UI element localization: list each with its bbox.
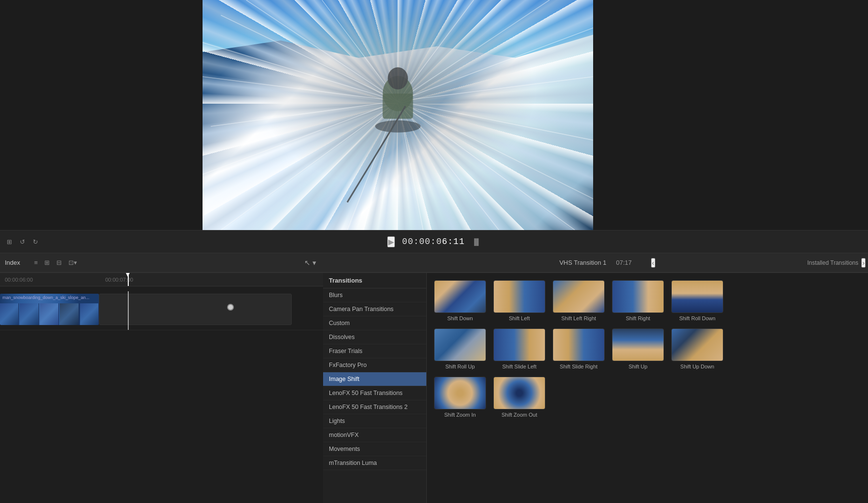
svg-line-16 [398, 0, 550, 101]
frame-thumb-5 [80, 303, 99, 325]
index-vhs-row: Index ≡ ⊞ ⊟ ⊡▾ ↖ ▾ ‹ VHS Transition 1 07… [0, 253, 868, 273]
transition-item-fxfactory[interactable]: FxFactory Pro [323, 358, 426, 372]
label-shift-slide-right: Shift Slide Right [560, 364, 597, 369]
ruler-time1: 00:00:06:00 [5, 277, 33, 283]
transport-center: ▶ 00:00:06:11 ▐▌ [387, 236, 481, 247]
svg-line-10 [398, 101, 499, 230]
frame-thumb-4 [60, 303, 79, 325]
undo-button[interactable]: ↺ [18, 237, 27, 246]
svg-line-14 [398, 76, 593, 101]
grid-row-2: Shift Roll Up Shift Slide Left Shift Sli… [434, 328, 861, 369]
index-icons: ≡ ⊞ ⊟ ⊡▾ [32, 258, 80, 267]
transition-item-dissolves[interactable]: Dissolves [323, 330, 426, 344]
nav-next-button[interactable]: › [861, 258, 866, 268]
play-button[interactable]: ▶ [387, 236, 395, 247]
thumb-shift-roll-down [671, 280, 723, 313]
svg-line-24 [347, 106, 406, 202]
transition-card-shift-zoom-out[interactable]: Shift Zoom Out [493, 377, 545, 418]
transition-card-shift-up-down[interactable]: Shift Up Down [671, 328, 723, 369]
label-shift-roll-up: Shift Roll Up [445, 364, 475, 369]
thumb-shift-slide-right [553, 328, 605, 361]
svg-line-1 [246, 0, 398, 101]
transition-item-fraser[interactable]: Fraser Trials [323, 344, 426, 358]
transition-card-shift-slide-left[interactable]: Shift Slide Left [493, 328, 545, 369]
thumb-shift-left-right [553, 280, 605, 313]
frame-thumb-2 [20, 303, 39, 325]
svg-line-0 [221, 15, 398, 101]
transition-card-shift-left[interactable]: Shift Left [493, 280, 545, 321]
transition-card-shift-right[interactable]: Shift Right [612, 280, 664, 321]
ruler-time2: 00:00:07:00 [105, 277, 133, 283]
thumb-shift-zoom-out [493, 377, 545, 409]
vhs-info: VHS Transition 1 07:17 [559, 259, 632, 266]
right-panel [593, 0, 868, 230]
label-shift-zoom-out: Shift Zoom Out [502, 412, 537, 418]
clip-label: man_snowboarding_down_a_ski_slope_an... [2, 295, 89, 300]
crop-tool-button[interactable]: ⊞ [5, 237, 14, 246]
left-panel [0, 0, 203, 230]
transition-item-lenofx2[interactable]: LenoFX 50 Fast Transitions 2 [323, 400, 426, 414]
svg-line-13 [398, 101, 593, 142]
label-shift-slide-left: Shift Slide Left [502, 364, 537, 369]
view-options-button[interactable]: ⊡▾ [67, 258, 79, 267]
vhs-time: 07:17 [616, 259, 632, 266]
svg-rect-22 [383, 94, 413, 119]
transition-item-mtransition[interactable]: mTransition Luma [323, 456, 426, 470]
transition-item-custom[interactable]: Custom [323, 316, 426, 330]
redo-button[interactable]: ↻ [31, 237, 40, 246]
svg-line-7 [271, 101, 398, 230]
label-shift-left: Shift Left [509, 315, 529, 321]
grid-row-1: Shift Down Shift Left Shift Left Right S… [434, 280, 861, 321]
transitions-header: Transitions [323, 273, 426, 288]
svg-line-15 [398, 25, 593, 101]
label-shift-right: Shift Right [626, 315, 651, 321]
transition-card-shift-down[interactable]: Shift Down [434, 280, 486, 321]
svg-line-11 [398, 101, 575, 230]
transition-item-blurs[interactable]: Blurs [323, 288, 426, 302]
playhead-marker [128, 273, 129, 286]
label-shift-left-right: Shift Left Right [561, 315, 596, 321]
timeline-area: 00:00:06:00 00:00:07:00 man_snowboarding… [0, 273, 323, 503]
svg-point-21 [388, 67, 408, 89]
label-shift-roll-down: Shift Roll Down [679, 315, 715, 321]
thumb-shift-up [612, 328, 664, 361]
video-preview [203, 0, 593, 230]
view-list-button[interactable]: ≡ [32, 258, 40, 267]
frame-thumb-1 [0, 303, 19, 325]
transition-card-shift-up[interactable]: Shift Up [612, 328, 664, 369]
transition-card-shift-roll-up[interactable]: Shift Roll Up [434, 328, 486, 369]
timeline-content[interactable]: man_snowboarding_down_a_ski_slope_an... [0, 286, 323, 503]
svg-line-8 [347, 101, 398, 230]
svg-line-4 [211, 101, 398, 126]
thumb-shift-right [612, 280, 664, 313]
view-grid-button[interactable]: ⊞ [42, 258, 52, 267]
timeline-ruler: 00:00:06:00 00:00:07:00 [0, 273, 323, 286]
transition-card-shift-roll-down[interactable]: Shift Roll Down [671, 280, 723, 321]
vhs-title: VHS Transition 1 [559, 259, 607, 266]
transition-item-lenofx[interactable]: LenoFX 50 Fast Transitions [323, 386, 426, 400]
view-filmstrip-button[interactable]: ⊟ [54, 258, 64, 267]
transitions-panel: Transitions Blurs Camera Pan Transitions… [323, 273, 868, 503]
label-shift-down: Shift Down [447, 315, 473, 321]
empty-clip [99, 294, 292, 325]
transition-card-shift-zoom-in[interactable]: Shift Zoom In [434, 377, 486, 418]
thumb-shift-zoom-in [434, 377, 486, 409]
transport-bar: ⊞ ↺ ↻ ▶ 00:00:06:11 ▐▌ [0, 230, 868, 253]
transition-item-motionvfx[interactable]: motionVFX [323, 428, 426, 442]
video-clip[interactable]: man_snowboarding_down_a_ski_slope_an... [0, 294, 99, 325]
transition-card-shift-left-right[interactable]: Shift Left Right [553, 280, 605, 321]
transition-item-lights[interactable]: Lights [323, 414, 426, 428]
grid-row-3: Shift Zoom In Shift Zoom Out [434, 377, 861, 418]
clip-frames [0, 303, 99, 325]
thumb-shift-down [434, 280, 486, 313]
transition-item-movements[interactable]: Movements [323, 442, 426, 456]
clip-handle[interactable] [227, 304, 234, 311]
transition-item-camera-pan[interactable]: Camera Pan Transitions [323, 302, 426, 316]
label-shift-up-down: Shift Up Down [680, 364, 714, 369]
cursor-tool-button[interactable]: ↖ ▾ [302, 258, 318, 268]
transition-card-shift-slide-right[interactable]: Shift Slide Right [553, 328, 605, 369]
video-frame [203, 0, 593, 230]
transition-item-image-shift[interactable]: Image Shift [323, 372, 426, 386]
nav-prev-button[interactable]: ‹ [651, 258, 655, 268]
thumb-shift-roll-up [434, 328, 486, 361]
